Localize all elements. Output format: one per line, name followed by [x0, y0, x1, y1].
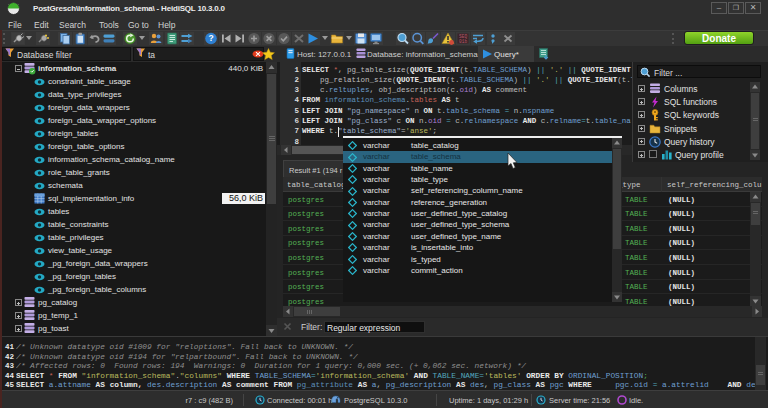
svg-text:?: ? [208, 33, 213, 43]
svg-text:01b: 01b [459, 39, 467, 44]
